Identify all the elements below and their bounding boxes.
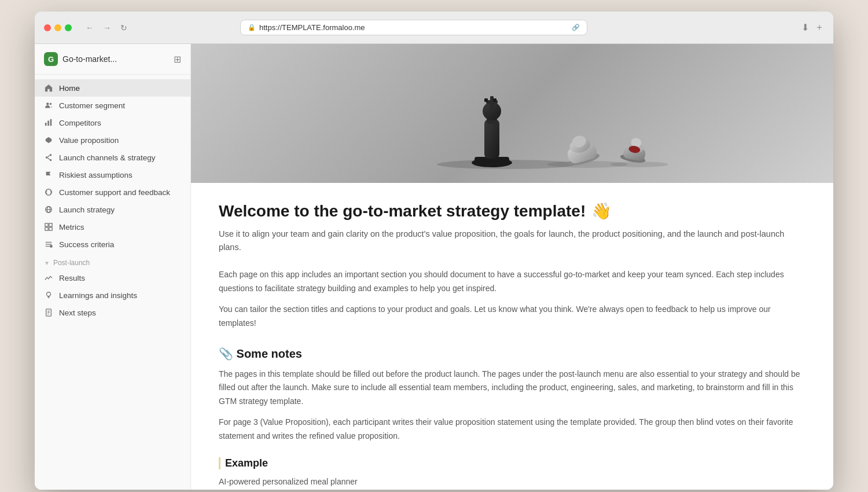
forward-button[interactable]: →: [101, 22, 113, 34]
svg-point-22: [47, 292, 51, 296]
svg-rect-32: [484, 119, 499, 159]
browser-window: ← → ↻ 🔒 https://TEMPLATE.formaloo.me 🔗 ⬇…: [35, 12, 833, 490]
globe-icon: [44, 205, 53, 214]
traffic-lights: [44, 24, 72, 31]
svg-rect-2: [45, 123, 47, 126]
brand-icon: G: [44, 52, 58, 66]
sidebar-brand: G Go-to-market...: [44, 52, 117, 66]
section-chevron-icon: ▼: [44, 260, 50, 266]
grid-icon: [44, 222, 53, 232]
sidebar: G Go-to-market... ⊞ Home: [35, 44, 191, 490]
example-text: AI-powered personalized meal planner: [219, 475, 806, 488]
back-button[interactable]: ←: [83, 22, 96, 34]
list-icon: [44, 240, 53, 249]
sidebar-nav: Home Customer segment Competitors: [35, 75, 190, 326]
diamond-icon: [44, 135, 53, 145]
svg-rect-3: [47, 121, 49, 126]
svg-line-9: [47, 156, 50, 157]
cycle-icon: [44, 188, 53, 197]
svg-line-10: [47, 158, 50, 160]
chess-svg: [339, 56, 686, 171]
body-text-2: You can tailor the section titles and ca…: [219, 303, 806, 331]
refresh-button[interactable]: ↻: [118, 22, 130, 34]
address-bar[interactable]: 🔒 https://TEMPLATE.formaloo.me 🔗: [240, 20, 587, 35]
notes-heading: 📎 Some notes: [219, 347, 806, 361]
svg-point-1: [50, 103, 52, 105]
sidebar-item-success-criteria[interactable]: Success criteria: [35, 236, 190, 253]
sidebar-item-results[interactable]: Results: [35, 269, 190, 287]
main-content: Welcome to the go-to-market strategy tem…: [191, 44, 833, 490]
sidebar-header: G Go-to-market... ⊞: [35, 44, 190, 75]
people-icon: [44, 101, 53, 110]
svg-rect-4: [50, 119, 52, 126]
svg-rect-16: [45, 227, 48, 230]
sidebar-item-launch-channels[interactable]: Launch channels & strategy: [35, 149, 190, 166]
chess-illustration: [339, 56, 686, 171]
svg-rect-15: [49, 223, 52, 226]
download-button[interactable]: ⬇: [801, 21, 809, 34]
doc-icon: [44, 308, 53, 317]
notes-body-2: For page 3 (Value Proposition), each par…: [219, 416, 806, 443]
sidebar-item-launch-strategy[interactable]: Launch strategy: [35, 201, 190, 218]
new-tab-button[interactable]: ＋: [815, 21, 824, 34]
sidebar-item-customer-segment[interactable]: Customer segment: [35, 97, 190, 114]
sidebar-item-customer-support[interactable]: Customer support and feedback: [35, 183, 190, 201]
content-area: Welcome to the go-to-market strategy tem…: [191, 183, 833, 490]
svg-point-21: [50, 245, 53, 248]
flag-icon: [44, 170, 53, 179]
svg-rect-37: [484, 98, 488, 102]
svg-rect-14: [45, 223, 48, 226]
svg-rect-17: [49, 227, 52, 230]
sidebar-item-metrics[interactable]: Metrics: [35, 218, 190, 236]
url-text: https://TEMPLATE.formaloo.me: [259, 23, 568, 32]
sidebar-item-home[interactable]: Home: [35, 79, 190, 97]
bulb-icon: [44, 291, 53, 300]
brand-name: Go-to-market...: [62, 54, 117, 64]
svg-point-7: [46, 156, 48, 159]
sidebar-toggle-button[interactable]: ⊞: [174, 54, 181, 65]
bar-chart-icon: [44, 118, 53, 127]
hero-image: [191, 44, 833, 183]
svg-point-6: [50, 154, 52, 156]
sidebar-item-riskiest-assumptions[interactable]: Riskiest assumptions: [35, 166, 190, 183]
svg-point-0: [46, 102, 49, 105]
svg-rect-38: [493, 98, 496, 102]
browser-titlebar: ← → ↻ 🔒 https://TEMPLATE.formaloo.me 🔗 ⬇…: [35, 12, 833, 44]
sidebar-item-learnings[interactable]: Learnings and insights: [35, 287, 190, 304]
sidebar-item-next-steps[interactable]: Next steps: [35, 304, 190, 321]
svg-marker-5: [46, 137, 52, 144]
close-button[interactable]: [44, 24, 51, 31]
browser-controls: ← → ↻: [83, 22, 130, 34]
minimize-button[interactable]: [54, 24, 61, 31]
app-layout: G Go-to-market... ⊞ Home: [35, 44, 833, 490]
home-icon: [44, 83, 53, 93]
example-heading: Example: [219, 457, 806, 469]
svg-point-8: [50, 159, 52, 161]
maximize-button[interactable]: [65, 24, 72, 31]
lock-icon: 🔒: [248, 24, 256, 31]
browser-right-controls: ⬇ ＋: [801, 21, 824, 34]
link-icon: 🔗: [572, 24, 580, 31]
sidebar-item-competitors[interactable]: Competitors: [35, 114, 190, 131]
page-title: Welcome to the go-to-market strategy tem…: [219, 201, 806, 221]
subtitle-text: Use it to align your team and gain clari…: [219, 227, 806, 254]
share-icon: [44, 153, 53, 162]
chart-icon: [44, 273, 53, 282]
sidebar-item-value-proposition[interactable]: Value proposition: [35, 131, 190, 149]
body-text-1: Each page on this app includes an import…: [219, 268, 806, 296]
notes-body-1: The pages in this template should be fil…: [219, 368, 806, 409]
post-launch-section: ▼ Post-launch: [35, 253, 190, 269]
